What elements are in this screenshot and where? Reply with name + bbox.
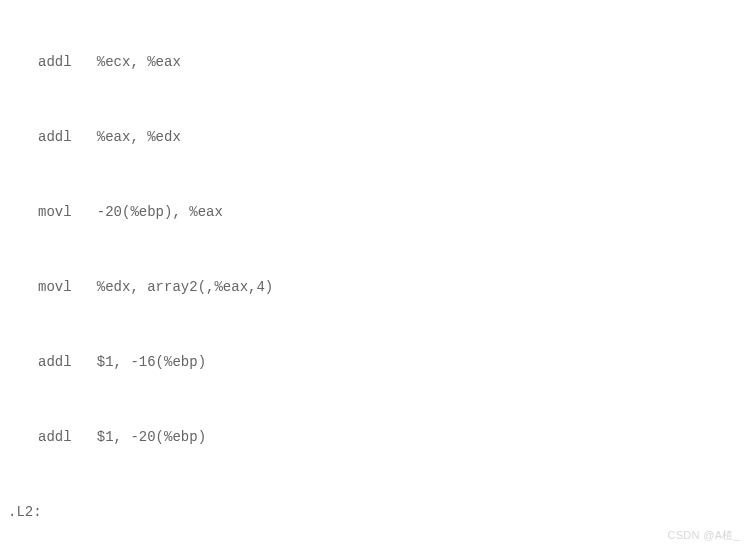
code-line: addl %eax, %edx (4, 125, 750, 150)
code-label-L2: .L2: (4, 500, 750, 525)
code-line: addl %ecx, %eax (4, 50, 750, 75)
watermark-text: CSDN @A楂_ (667, 528, 740, 543)
code-line: movl -20(%ebp), %eax (4, 200, 750, 225)
assembly-code-block: addl %ecx, %eax addl %eax, %edx movl -20… (0, 0, 750, 551)
code-line: addl $1, -16(%ebp) (4, 350, 750, 375)
code-line: movl %edx, array2(,%eax,4) (4, 275, 750, 300)
code-line: addl $1, -20(%ebp) (4, 425, 750, 450)
